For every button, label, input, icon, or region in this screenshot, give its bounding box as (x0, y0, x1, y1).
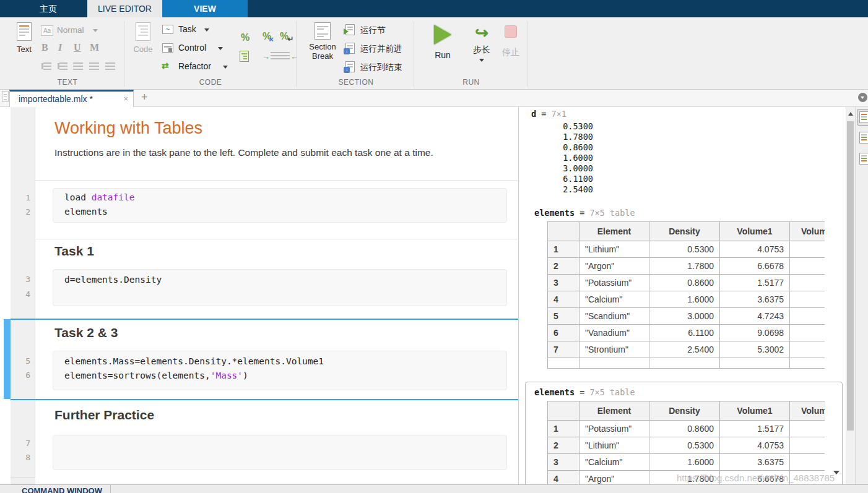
control-icon (162, 43, 173, 53)
wrap-comments-icon[interactable]: %↵ (280, 31, 295, 42)
table-cell: 2 (548, 437, 579, 454)
table-cell (790, 437, 825, 454)
table-cell (579, 358, 649, 369)
table-cell: "Calcium" (579, 454, 649, 471)
run-button-label: Run (435, 50, 451, 60)
chevron-down-icon[interactable] (218, 47, 223, 50)
table-spacer-row (548, 358, 825, 369)
table-cell: "Argon" (579, 471, 649, 485)
editor-output-divider[interactable] (518, 107, 519, 484)
comment-icon[interactable]: % (241, 32, 250, 43)
table-row: 6"Vanadium"6.11009.0698 (548, 325, 825, 341)
stop-button[interactable]: 停止 (498, 25, 524, 58)
table-cell: "Calcium" (579, 291, 649, 308)
table-column-header: Volume2 (790, 401, 825, 421)
code-line-2[interactable]: elements (64, 207, 108, 216)
new-tab-button[interactable]: + (141, 91, 148, 104)
ribbon-divider (527, 21, 528, 87)
table-cell: 4.7243 (720, 308, 790, 325)
numbered-list-icon[interactable] (59, 62, 67, 70)
align-center-icon[interactable] (89, 62, 99, 70)
task-icon: ~ (162, 25, 173, 34)
section-break-button[interactable]: SectionBreak (305, 22, 341, 61)
bullet-list-icon[interactable] (43, 62, 51, 70)
command-window-bar[interactable]: COMMAND WINDOW (0, 484, 868, 493)
run-section-icon (345, 24, 355, 35)
run-to-end-icon: ↓ (345, 61, 355, 72)
stop-button-label: 停止 (502, 47, 519, 58)
tab-live-editor[interactable]: LIVE EDITOR (87, 0, 162, 17)
table-cell: 1 (548, 241, 579, 258)
table-cell: 6 (548, 325, 579, 341)
style-dropdown[interactable]: Normal (57, 25, 84, 35)
table-cell: 1.7800 (649, 258, 720, 275)
watermark: https://blog.csdn.net/weixin_48838785 (677, 473, 835, 483)
uncomment-icon[interactable]: %× (263, 31, 276, 42)
code-line-6[interactable]: elements=sortrows(elements,'Mass') (64, 371, 248, 380)
ribbon-tab-strip: 主页 LIVE EDITOR VIEW (0, 0, 868, 17)
active-section-divider (11, 399, 518, 400)
run-to-end-item[interactable]: 运行到结束 (360, 62, 402, 73)
code-line-1[interactable]: load datafile (64, 192, 135, 202)
panel-grip-icon[interactable] (2, 91, 9, 102)
code-button[interactable]: Code (130, 22, 156, 54)
table-cell: 1.5177 (720, 275, 790, 291)
code-line-5[interactable]: elements.Mass=elements.Density.*elements… (64, 356, 324, 366)
table-cell: 4.0753 (720, 241, 790, 258)
tab-home[interactable]: 主页 (9, 0, 87, 17)
run-button[interactable]: Run (427, 25, 458, 60)
output-d-values: 0.53001.78000.86001.60003.00006.11002.54… (531, 121, 593, 195)
italic-button[interactable]: I (58, 42, 62, 53)
line-number: 2 (11, 207, 30, 216)
text-button-label: Text (17, 45, 32, 54)
divider (110, 485, 111, 493)
output-table1-viewport: ElementDensityVolume1Volume21"Lithium"0.… (547, 221, 825, 369)
table-cell: 2.5400 (649, 341, 720, 358)
scroll-up-icon[interactable] (848, 112, 853, 116)
table-cell (790, 358, 825, 369)
output-inline-icon[interactable] (859, 111, 868, 123)
section-group-label: SECTION (300, 78, 412, 87)
editor-tab-importedtable[interactable]: importedtable.mlx * × (9, 90, 134, 107)
chevron-down-icon[interactable] (204, 28, 209, 32)
table-column-header: Volume1 (720, 222, 790, 241)
code-line-3[interactable]: d=elements.Density (64, 275, 162, 285)
align-right-icon[interactable] (105, 62, 115, 70)
editor-tab-title: importedtable.mlx * (19, 94, 93, 104)
scrollbar-thumb[interactable] (847, 121, 854, 431)
smart-indent-icon[interactable] (240, 51, 249, 62)
code-block-4-empty[interactable] (53, 435, 507, 470)
indent-lines-glyph (280, 52, 290, 59)
underline-button[interactable]: U (74, 42, 81, 53)
tab-view[interactable]: VIEW (162, 0, 248, 17)
refactor-icon: ⇄ (162, 61, 169, 71)
d-value: 6.1100 (531, 174, 593, 184)
chevron-down-icon[interactable] (93, 29, 98, 32)
run-section-item[interactable]: 运行节 (360, 25, 386, 36)
run-advance-item[interactable]: 运行并前进 (360, 43, 402, 54)
table-cell: 4 (548, 291, 579, 308)
step-button[interactable]: ↪ 步长 (466, 22, 497, 62)
output-table1-header: elements = 7×5 table (534, 208, 635, 218)
refactor-dropdown[interactable]: Refactor (178, 61, 211, 71)
collapse-chevron-button[interactable] (858, 93, 867, 102)
close-icon[interactable]: × (123, 94, 128, 103)
wrap-arrow-glyph: ↵ (287, 35, 293, 43)
d-value: 1.6000 (531, 153, 593, 163)
bold-button[interactable]: B (41, 42, 48, 53)
task-dropdown[interactable]: Task (178, 24, 196, 34)
hide-code-icon[interactable] (859, 153, 868, 165)
chevron-down-icon[interactable] (223, 66, 228, 69)
control-dropdown[interactable]: Control (178, 43, 206, 53)
table-column-header (548, 222, 579, 241)
indent-right-icon[interactable]: → (262, 52, 280, 61)
table-cell: 0.8600 (649, 275, 720, 291)
align-left-icon[interactable] (73, 62, 83, 70)
text-button[interactable]: Text (10, 22, 38, 54)
monospace-button[interactable]: M (90, 42, 99, 53)
table-cell: 9.0698 (720, 325, 790, 341)
indent-left-icon[interactable]: ← (280, 52, 298, 61)
table-row: 7"Strontium"2.54005.3002 (548, 341, 825, 358)
document-title: Working with Tables (54, 119, 202, 138)
output-right-icon[interactable] (859, 132, 868, 144)
